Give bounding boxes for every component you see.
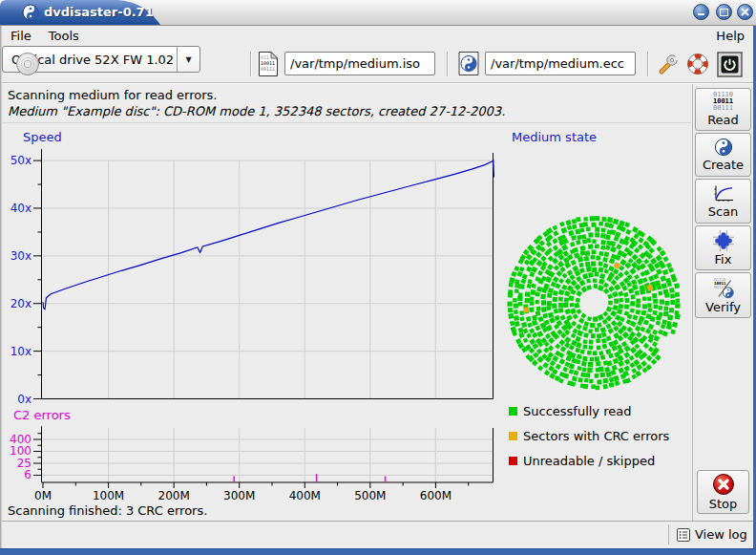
verify-button[interactable]: 01110 10011 00111 Verify	[695, 272, 751, 318]
quit-button[interactable]	[715, 51, 744, 77]
scan-button-label: Scan	[708, 204, 739, 219]
fix-button[interactable]: Fix	[695, 225, 751, 270]
scan-result-text: Scanning finished: 3 CRC errors.	[8, 503, 207, 518]
legend-swatch	[509, 407, 517, 416]
stop-button[interactable]: Stop	[697, 470, 749, 514]
dvdisaster-window: { "window": { "title": "dvdisaster-0.71"…	[0, 0, 756, 555]
cd-drive-icon	[15, 52, 40, 76]
fix-puzzle-icon	[713, 230, 734, 251]
toolbar-separator	[447, 52, 448, 76]
scan-button[interactable]: Scan	[695, 179, 751, 224]
ecc-file-icon	[457, 51, 480, 76]
menu-tools[interactable]: Tools	[40, 27, 88, 45]
toolbar-separator	[250, 52, 251, 76]
svg-text:600M: 600M	[420, 489, 452, 502]
crc-error-sector	[523, 307, 529, 312]
svg-text:25: 25	[17, 457, 32, 470]
legend-swatch	[509, 457, 517, 465]
svg-text:500M: 500M	[354, 489, 386, 502]
svg-text:10x: 10x	[10, 345, 32, 358]
legend-item: Unreadable / skipped	[509, 454, 669, 467]
iso-path-input[interactable]	[284, 52, 435, 75]
create-button-label: Create	[703, 158, 744, 172]
svg-text:0M: 0M	[34, 489, 52, 502]
close-icon	[741, 8, 749, 16]
read-button[interactable]: 011101001100111 Read	[695, 88, 751, 131]
medium-state-legend: Successfully readSectors with CRC errors…	[509, 404, 669, 479]
menu-file[interactable]: File	[2, 27, 40, 45]
close-button[interactable]	[737, 4, 753, 20]
speed-and-c2-plot: 0x10x20x30x40x50x6251004000M100M200M300M…	[0, 124, 506, 506]
view-log-button[interactable]: View log	[676, 524, 747, 544]
lifebuoy-icon	[685, 52, 710, 76]
maximize-button[interactable]	[716, 4, 732, 20]
svg-text:6: 6	[24, 468, 32, 481]
window-border	[0, 548, 756, 555]
svg-text:30x: 30x	[10, 249, 32, 263]
read-button-label: Read	[707, 113, 739, 127]
separator	[668, 524, 669, 544]
create-button[interactable]: Create	[695, 133, 751, 177]
svg-text:400: 400	[10, 433, 32, 446]
stop-button-label: Stop	[709, 497, 738, 511]
medium-state-title: Medium state	[512, 130, 597, 144]
stop-icon	[712, 473, 735, 496]
minimize-icon	[698, 13, 704, 15]
view-log-icon	[676, 527, 691, 543]
statusbar-separator	[2, 521, 753, 522]
iso-image-file-icon: 011 10011 00111	[258, 51, 279, 77]
view-log-label: View log	[695, 527, 747, 542]
toolbar-separator	[647, 52, 648, 76]
disc-sector-map	[504, 213, 685, 395]
wrench-icon	[656, 52, 681, 76]
svg-text:300M: 300M	[223, 489, 255, 502]
power-icon	[717, 52, 743, 77]
create-yin-yang-icon	[714, 138, 733, 157]
legend-item: Sectors with CRC errors	[509, 429, 669, 442]
maximize-icon	[720, 9, 728, 16]
fix-button-label: Fix	[715, 252, 732, 267]
verify-icon: 01110 10011 00111	[712, 276, 735, 299]
scan-curve-icon	[712, 184, 735, 203]
help-button[interactable]	[684, 51, 711, 77]
svg-text:100M: 100M	[93, 489, 124, 502]
svg-text:50x: 50x	[10, 154, 32, 167]
preferences-button[interactable]	[655, 51, 682, 77]
menu-help[interactable]: Help	[707, 27, 753, 45]
svg-text:40x: 40x	[10, 202, 32, 215]
svg-text:100: 100	[10, 444, 32, 458]
legend-label: Successfully read	[523, 404, 631, 418]
verify-button-label: Verify	[705, 300, 741, 314]
chevron-down-icon: ▼	[177, 47, 200, 72]
separator	[692, 84, 693, 521]
legend-label: Sectors with CRC errors	[523, 429, 669, 443]
separator	[2, 122, 691, 123]
legend-swatch	[509, 432, 517, 440]
legend-label: Unreadable / skipped	[523, 454, 655, 468]
read-binary-icon: 011101001100111	[713, 92, 733, 112]
minimize-button[interactable]	[693, 4, 709, 20]
status-line-2: Medium "Example disc": CD-ROM mode 1, 35…	[8, 104, 505, 118]
toolbar: Optical drive 52X FW 1.02 ▼ 011 10011 00…	[2, 46, 753, 83]
app-yin-yang-icon	[22, 4, 39, 21]
svg-text:00111: 00111	[261, 66, 275, 72]
svg-text:400M: 400M	[289, 489, 321, 502]
window-border	[0, 25, 2, 548]
svg-text:20x: 20x	[10, 297, 32, 310]
svg-text:0x: 0x	[17, 393, 32, 406]
window-title: dvdisaster-0.71	[44, 5, 154, 19]
ecc-path-input[interactable]	[485, 52, 636, 75]
menubar: File Tools Help	[2, 25, 753, 46]
svg-text:200M: 200M	[158, 489, 190, 502]
status-line-1: Scanning medium for read errors.	[8, 88, 217, 102]
legend-item: Successfully read	[509, 404, 669, 417]
